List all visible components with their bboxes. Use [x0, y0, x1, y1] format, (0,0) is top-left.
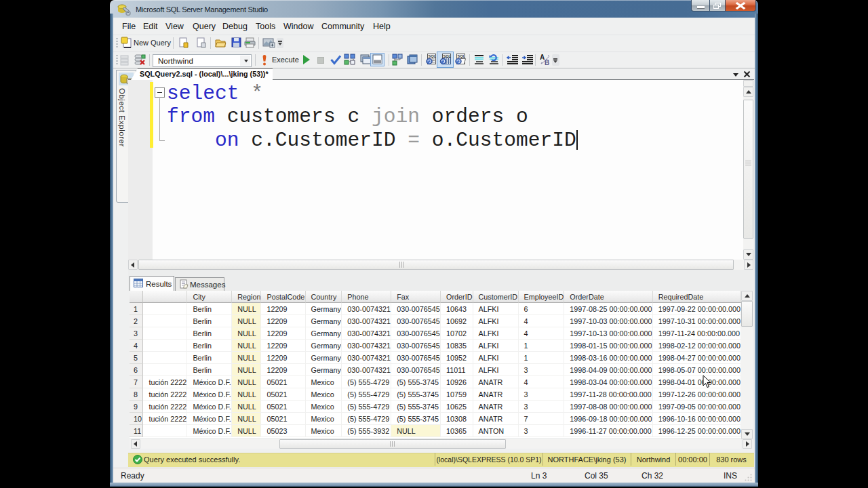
svg-text:SQL: SQL — [429, 54, 437, 58]
svg-text:SQL: SQL — [458, 54, 466, 58]
